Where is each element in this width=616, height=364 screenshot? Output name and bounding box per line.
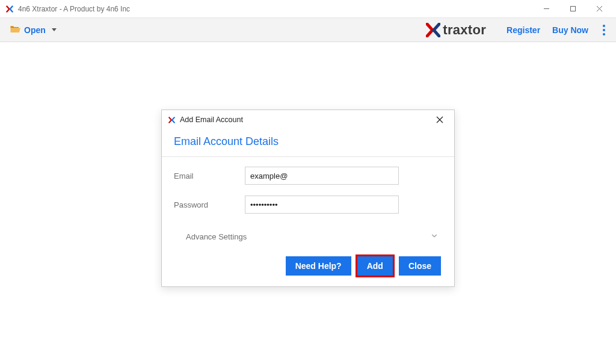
brand-text: traxtor: [443, 22, 486, 38]
window-title: 4n6 Xtraxtor - A Product by 4n6 Inc: [18, 5, 533, 13]
dialog-title: Add Email Account: [180, 116, 431, 124]
email-field[interactable]: [245, 167, 399, 185]
window-titlebar: 4n6 Xtraxtor - A Product by 4n6 Inc: [0, 0, 616, 18]
maximize-button[interactable]: [559, 1, 586, 17]
open-label: Open: [24, 25, 46, 35]
email-label: Email: [174, 171, 245, 180]
dialog-body: Email Account Details Email Password Adv…: [162, 129, 454, 286]
window-controls: [533, 1, 612, 17]
need-help-button[interactable]: Need Help?: [286, 256, 351, 276]
minimize-button[interactable]: [533, 1, 559, 17]
window-close-button[interactable]: [586, 1, 612, 17]
password-row: Password: [174, 196, 442, 214]
open-menu-button[interactable]: Open: [6, 22, 60, 38]
app-icon: [5, 4, 14, 14]
more-menu-button[interactable]: [598, 21, 610, 39]
buy-now-link[interactable]: Buy Now: [546, 22, 594, 39]
advance-settings-label: Advance Settings: [186, 232, 247, 241]
section-title: Email Account Details: [174, 129, 442, 156]
brand-logo: traxtor: [426, 22, 486, 38]
folder-icon: [10, 24, 20, 35]
section-divider: [162, 156, 454, 157]
dialog-app-icon: [168, 116, 176, 124]
password-field[interactable]: [245, 196, 399, 214]
add-button[interactable]: Add: [357, 256, 393, 276]
brand-x-icon: [426, 23, 440, 37]
dialog-header: Add Email Account: [162, 110, 454, 129]
caret-down-icon: [52, 28, 57, 31]
advance-settings-toggle[interactable]: Advance Settings: [174, 224, 442, 256]
svg-rect-1: [570, 7, 575, 11]
password-label: Password: [174, 200, 245, 209]
chevron-down-icon: [430, 232, 439, 242]
add-email-account-dialog: Add Email Account Email Account Details …: [161, 110, 455, 287]
register-link[interactable]: Register: [500, 22, 546, 39]
dialog-button-row: Need Help? Add Close: [174, 256, 442, 276]
content-area: Add Email Account Email Account Details …: [0, 42, 616, 364]
dialog-close-button[interactable]: [431, 111, 448, 128]
email-row: Email: [174, 167, 442, 185]
main-toolbar: Open traxtor Register Buy Now: [0, 18, 616, 42]
close-button[interactable]: Close: [399, 256, 441, 276]
